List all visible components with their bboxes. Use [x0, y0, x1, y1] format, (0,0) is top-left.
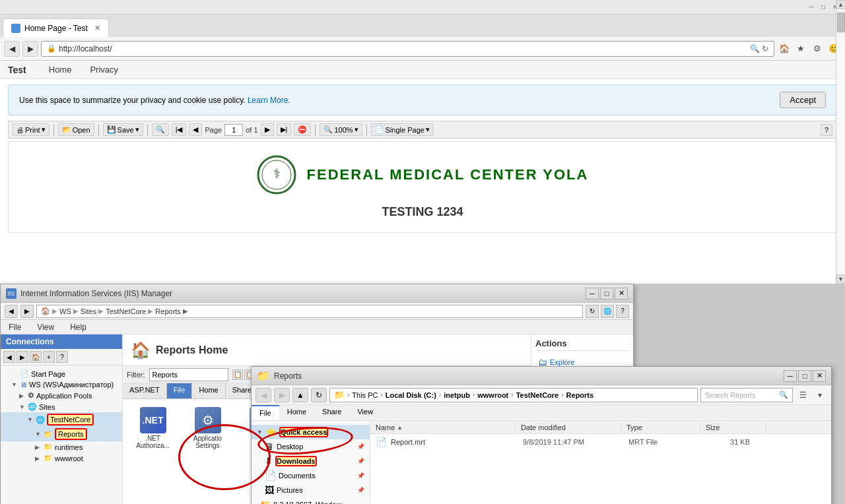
scroll-up-arrow[interactable]: ▲ [836, 0, 846, 9]
col-type[interactable]: Type [621, 422, 700, 433]
filter-input[interactable] [149, 368, 228, 381]
menu-home[interactable]: Home [46, 63, 75, 76]
browser-scrollbar[interactable]: ▲ ▼ [836, 0, 845, 284]
ribbon-tab-view[interactable]: View [349, 405, 381, 420]
home-icon[interactable]: 🏠 [777, 42, 792, 56]
iis-icon-net[interactable]: .NET .NET Authoriza... [128, 404, 178, 452]
tab-aspnet[interactable]: ASP.NET [123, 383, 167, 398]
sidebar-item-apppools[interactable]: ▶ ⚙ Application Pools [1, 390, 122, 401]
scroll-track[interactable] [836, 9, 846, 274]
sidebar-item-ws[interactable]: ▼ 🖥 WS (WS\Администратор) [1, 379, 122, 390]
sidebar-add-btn[interactable]: + [43, 351, 55, 363]
exp-forward-btn[interactable]: ▶ [274, 388, 290, 402]
help-button[interactable]: ? [821, 124, 832, 136]
find-button[interactable]: 🔍 [152, 123, 169, 136]
privacy-link[interactable]: Learn More. [248, 96, 290, 105]
exp-view-toggle[interactable]: ☰ [795, 388, 810, 402]
browser-maximize-btn[interactable]: □ [819, 3, 828, 12]
path-testnetcore[interactable]: TestNetCore [106, 307, 146, 315]
nav-next-button[interactable]: ▶ [261, 123, 274, 136]
sidebar-back-btn[interactable]: ◀ [3, 351, 15, 363]
iis-menu-help[interactable]: Help [66, 321, 90, 333]
iis-icon-appset[interactable]: ⚙ Applicatio Settings [183, 404, 232, 452]
nav-prev-button[interactable]: ◀ [189, 123, 202, 136]
exp-search-box[interactable]: Search Reports 🔍 [700, 388, 793, 402]
accept-button[interactable]: Accept [780, 92, 826, 108]
iis-help-icon[interactable]: ? [616, 305, 629, 318]
sidebar-help-btn[interactable]: ? [56, 351, 68, 363]
sidebar-item-wwwroot[interactable]: ▶ 📁 wwwroot [1, 453, 122, 464]
path-thispc[interactable]: This PC [352, 391, 378, 399]
zoom-button[interactable]: 🔍 100% ▾ [320, 123, 362, 136]
iis-maximize-btn[interactable]: □ [600, 288, 613, 299]
scroll-thumb[interactable] [837, 13, 845, 32]
sidebar-item-reports[interactable]: ▼ 📁 Reports [1, 427, 122, 441]
forward-button[interactable]: ▶ [22, 41, 38, 57]
iis-refresh-icon[interactable]: ↻ [586, 305, 599, 318]
exp-refresh-btn[interactable]: ↻ [311, 388, 327, 402]
path-ws[interactable]: WS [59, 307, 71, 315]
ribbon-tab-share[interactable]: Share [314, 405, 349, 420]
nav-last-button[interactable]: ▶| [277, 123, 292, 136]
page-input[interactable] [224, 124, 243, 136]
path-reports-exp[interactable]: Reports [566, 391, 594, 399]
path-testnetcore[interactable]: TestNetCore [516, 391, 559, 399]
iis-back-btn[interactable]: ◀ [5, 305, 18, 318]
sidebar-item-runtimes[interactable]: ▶ 📁 runtimes [1, 441, 122, 453]
exp-sidebar-documents[interactable]: 📄 Documents 📌 [252, 468, 370, 483]
exp-sidebar-folder[interactable]: 📁 8.3.10.2667_Window [252, 497, 370, 504]
path-wwwroot[interactable]: wwwroot [477, 391, 508, 399]
iis-forward-btn[interactable]: ▶ [20, 305, 34, 318]
ribbon-tab-file[interactable]: File [252, 405, 279, 420]
explorer-maximize-btn[interactable]: □ [798, 370, 811, 382]
exp-sidebar-pictures[interactable]: 🖼 Pictures 📌 [252, 483, 370, 497]
iis-menu-view[interactable]: View [33, 321, 58, 333]
col-name[interactable]: Name ▲ [370, 422, 516, 433]
iis-globe-icon[interactable]: 🌐 [601, 305, 614, 318]
path-inetpub[interactable]: inetpub [444, 391, 470, 399]
address-bar[interactable]: 🔒 http://localhost/ 🔍 ↻ [41, 41, 774, 57]
browser-tab-home[interactable]: Home Page - Test ✕ [3, 18, 109, 37]
iis-minimize-btn[interactable]: ─ [586, 288, 599, 299]
tab-file[interactable]: File [167, 383, 193, 398]
path-reports[interactable]: Reports [155, 307, 181, 315]
explorer-close-btn[interactable]: ✕ [813, 370, 826, 382]
stop-button[interactable]: ⛔ [294, 123, 311, 136]
sidebar-item-startpage[interactable]: 📄 Start Page [1, 368, 122, 379]
path-sites[interactable]: Sites [81, 307, 96, 315]
menu-privacy[interactable]: Privacy [87, 63, 121, 76]
back-button[interactable]: ◀ [4, 41, 20, 57]
refresh-icon[interactable]: ↻ [762, 44, 768, 53]
exp-sidebar-desktop[interactable]: 🖥 Desktop 📌 [252, 439, 370, 454]
sidebar-item-testnetcore[interactable]: ▼ 🌐 TestNetCore [1, 412, 122, 427]
file-row-report[interactable]: 📄 Report.mrt 9/8/2019 11:47 PM MRT File … [370, 434, 831, 450]
scroll-down-arrow[interactable]: ▼ [836, 274, 846, 284]
sidebar-item-sites[interactable]: ▼ 🌐 Sites [1, 401, 122, 412]
col-size[interactable]: Size [700, 422, 766, 433]
star-icon[interactable]: ★ [794, 42, 808, 56]
exp-sidebar-downloads[interactable]: ⬇ Downloads 📌 [252, 454, 370, 468]
save-button[interactable]: 💾 Save ▾ [103, 123, 143, 136]
open-button[interactable]: 📂 Open [58, 123, 94, 136]
sidebar-home-btn[interactable]: 🏠 [30, 351, 42, 363]
view-button[interactable]: 📄 Single Page ▾ [371, 123, 434, 136]
exp-search-icon[interactable]: 🔍 [779, 391, 788, 399]
path-localc[interactable]: Local Disk (C:) [386, 391, 436, 399]
browser-minimize-btn[interactable]: ─ [807, 3, 816, 12]
tab-home[interactable]: Home [192, 383, 225, 398]
sidebar-forward-btn[interactable]: ▶ [17, 351, 28, 363]
ribbon-tab-home[interactable]: Home [279, 405, 314, 420]
filter-icon1[interactable]: 📋 [232, 369, 243, 380]
exp-up-btn[interactable]: ▲ [292, 388, 308, 402]
exp-back-btn[interactable]: ◀ [255, 388, 271, 402]
tab-close-btn[interactable]: ✕ [94, 24, 100, 32]
settings-icon[interactable]: ⚙ [810, 42, 825, 56]
explorer-minimize-btn[interactable]: ─ [784, 370, 797, 382]
exp-sidebar-quickaccess[interactable]: ▼ ⭐ Quick access [252, 425, 370, 439]
print-button[interactable]: 🖨 Print ▾ [13, 123, 50, 136]
iis-menu-file[interactable]: File [5, 321, 25, 333]
nav-first-button[interactable]: |◀ [172, 123, 187, 136]
col-date[interactable]: Date modified [516, 422, 621, 433]
exp-view-options[interactable]: ▾ [813, 388, 827, 402]
iis-close-btn[interactable]: ✕ [615, 288, 628, 299]
